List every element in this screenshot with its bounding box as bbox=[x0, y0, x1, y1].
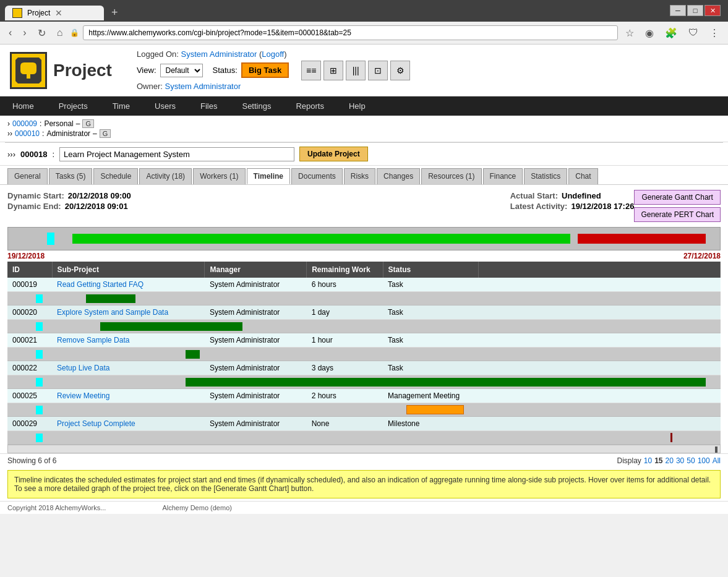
tab-resources[interactable]: Resources (1) bbox=[421, 168, 481, 184]
bar-green bbox=[186, 350, 200, 359]
info-box: Timeline indicates the scheduled estimat… bbox=[7, 470, 721, 498]
display-all[interactable]: All bbox=[713, 456, 721, 465]
task-link[interactable]: Remove Sample Data bbox=[57, 336, 129, 344]
breadcrumb: › 000009 : Personal – G ›› 000010 : Admi… bbox=[0, 116, 728, 142]
header-icons: ≡≡ ⊞ ||| ⊡ ⚙ bbox=[301, 61, 410, 80]
nav-time[interactable]: Time bbox=[100, 96, 142, 116]
breadcrumb-g-2[interactable]: G bbox=[100, 129, 111, 138]
reload-button[interactable]: ↻ bbox=[34, 26, 49, 40]
cell-id: 000020 bbox=[7, 306, 52, 320]
nav-settings[interactable]: Settings bbox=[229, 96, 283, 116]
scrollbar-thumb[interactable] bbox=[715, 447, 717, 453]
tab-activity[interactable]: Activity (18) bbox=[139, 168, 192, 184]
icon-btn-5[interactable]: ⚙ bbox=[390, 61, 410, 80]
display-20[interactable]: 20 bbox=[666, 456, 674, 465]
icon-btn-3[interactable]: ||| bbox=[346, 61, 366, 80]
menu-button[interactable]: ⋮ bbox=[706, 26, 723, 40]
cell-name: Setup Live Data bbox=[52, 361, 205, 375]
gantt-table: ID Sub-Project Manager Remaining Work St… bbox=[7, 262, 721, 445]
copyright: Copyright 2018 AlchemyWorks... Alchemy D… bbox=[0, 501, 728, 514]
app-title: Project bbox=[53, 61, 112, 80]
nav-help[interactable]: Help bbox=[336, 96, 378, 116]
horizontal-scrollbar[interactable] bbox=[7, 445, 721, 453]
cell-name: Project Setup Complete bbox=[52, 417, 205, 431]
task-link[interactable]: Explore System and Sample Data bbox=[57, 308, 168, 317]
tab-statistics[interactable]: Statistics bbox=[524, 168, 567, 184]
close-button[interactable]: ✕ bbox=[704, 5, 721, 16]
forward-button[interactable]: › bbox=[19, 26, 30, 40]
status-badge: Big Task bbox=[241, 62, 289, 78]
generate-pert-button[interactable]: Generate PERT Chart bbox=[634, 207, 721, 222]
cell-manager: System Administrator bbox=[205, 306, 307, 320]
task-link[interactable]: Review Meeting bbox=[57, 391, 109, 400]
tab-changes[interactable]: Changes bbox=[377, 168, 420, 184]
cell-remaining: 3 days bbox=[307, 361, 383, 375]
cell-gantt bbox=[478, 361, 720, 375]
bar-row bbox=[7, 292, 721, 306]
display-100[interactable]: 100 bbox=[698, 456, 710, 465]
tab-tasks[interactable]: Tasks (5) bbox=[49, 168, 93, 184]
project-arrow: ››› bbox=[7, 150, 15, 159]
task-link[interactable]: Setup Live Data bbox=[57, 364, 109, 372]
display-30[interactable]: 30 bbox=[676, 456, 684, 465]
latest-activity-label: Latest Activity: bbox=[510, 202, 568, 211]
display-15: 15 bbox=[654, 456, 662, 465]
bar-cyan bbox=[36, 378, 43, 387]
project-name-input[interactable] bbox=[59, 147, 294, 161]
task-link[interactable]: Read Getting Started FAQ bbox=[57, 280, 143, 289]
user-link[interactable]: System Administrator bbox=[181, 49, 257, 59]
breadcrumb-line-1: › 000009 : Personal – G bbox=[7, 119, 721, 128]
breadcrumb-g-1[interactable]: G bbox=[82, 119, 94, 128]
owner-link[interactable]: System Administrator bbox=[165, 82, 241, 91]
nav-reports[interactable]: Reports bbox=[283, 96, 336, 116]
maximize-button[interactable]: □ bbox=[687, 5, 703, 16]
tab-general[interactable]: General bbox=[7, 168, 48, 184]
actual-start-label: Actual Start: bbox=[510, 191, 558, 200]
tab-timeline[interactable]: Timeline bbox=[247, 168, 290, 184]
tab-close-button[interactable]: ✕ bbox=[55, 8, 62, 18]
back-button[interactable]: ‹ bbox=[5, 26, 15, 40]
cell-remaining: 1 hour bbox=[307, 333, 383, 348]
generate-gantt-button[interactable]: Generate Gantt Chart bbox=[634, 190, 721, 205]
tab-documents[interactable]: Documents bbox=[291, 168, 343, 184]
breadcrumb-link-1[interactable]: 000009 bbox=[12, 119, 37, 128]
cell-status: Task bbox=[383, 361, 478, 375]
profile-button[interactable]: ◉ bbox=[641, 26, 657, 40]
logoff-link[interactable]: Logoff bbox=[262, 49, 284, 59]
nav-projects[interactable]: Projects bbox=[46, 96, 100, 116]
nav-users[interactable]: Users bbox=[142, 96, 188, 116]
bookmark-button[interactable]: ☆ bbox=[622, 26, 638, 40]
breadcrumb-link-2[interactable]: 000010 bbox=[15, 129, 40, 138]
display-label: Display bbox=[617, 456, 641, 465]
extension-button[interactable]: 🧩 bbox=[661, 26, 681, 40]
view-select[interactable]: Default bbox=[160, 64, 203, 77]
icon-btn-2[interactable]: ⊞ bbox=[323, 61, 343, 80]
tab-finance[interactable]: Finance bbox=[483, 168, 523, 184]
nav-files[interactable]: Files bbox=[188, 96, 229, 116]
tab-risks[interactable]: Risks bbox=[344, 168, 375, 184]
new-tab-button[interactable]: + bbox=[106, 4, 123, 22]
update-project-button[interactable]: Update Project bbox=[299, 147, 368, 161]
cell-status: Task bbox=[383, 306, 478, 320]
cell-id: 000019 bbox=[7, 278, 52, 292]
home-button[interactable]: ⌂ bbox=[53, 26, 67, 40]
minimize-button[interactable]: ─ bbox=[670, 5, 686, 16]
table-row: 000021 Remove Sample Data System Adminis… bbox=[7, 333, 721, 348]
bar-cyan bbox=[36, 322, 43, 331]
gantt-table-wrapper: ID Sub-Project Manager Remaining Work St… bbox=[7, 262, 721, 445]
icon-btn-1[interactable]: ≡≡ bbox=[301, 61, 321, 80]
timeline-info: Dynamic Start: 20/12/2018 09:00 Dynamic … bbox=[0, 185, 728, 227]
display-10[interactable]: 10 bbox=[644, 456, 652, 465]
display-50[interactable]: 50 bbox=[687, 456, 695, 465]
url-bar[interactable] bbox=[83, 25, 618, 40]
icon-btn-4[interactable]: ⊡ bbox=[368, 61, 388, 80]
tab-workers[interactable]: Workers (1) bbox=[193, 168, 245, 184]
task-link[interactable]: Project Setup Complete bbox=[57, 419, 135, 428]
nav-home[interactable]: Home bbox=[0, 96, 46, 116]
display-options: Display 10 15 20 30 50 100 All bbox=[617, 456, 721, 465]
info-text: Timeline indicates the scheduled estimat… bbox=[14, 476, 711, 493]
browser-tab[interactable]: Project ✕ bbox=[5, 6, 104, 20]
bar-cell bbox=[7, 348, 721, 361]
tab-schedule[interactable]: Schedule bbox=[93, 168, 138, 184]
tab-chat[interactable]: Chat bbox=[568, 168, 597, 184]
